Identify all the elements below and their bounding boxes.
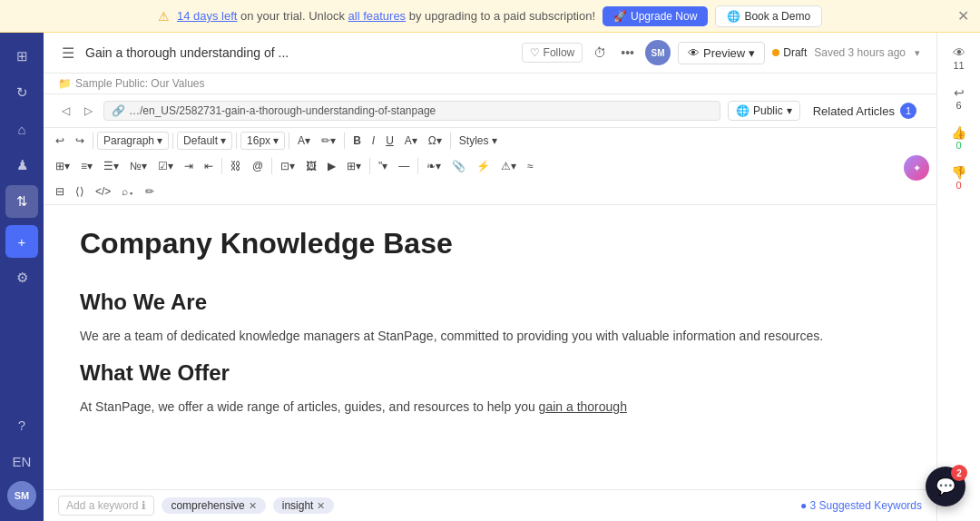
main-area: ☰ Gain a thorough understanding of ... ♡…: [44, 33, 936, 521]
more-options-button[interactable]: •••: [617, 42, 638, 64]
status-dot: [772, 49, 779, 56]
alert-button[interactable]: ⚠▾: [496, 157, 521, 175]
toolbar: ↩ ↪ Paragraph ▾ Default ▾ 16px ▾ A▾ ✏▾ B…: [44, 128, 936, 205]
article-title: Gain a thorough understanding of ...: [85, 45, 514, 60]
arrows-button[interactable]: ⟨⟩: [71, 182, 89, 201]
special-char-button[interactable]: Ω▾: [424, 132, 446, 150]
follow-button[interactable]: ♡ Follow: [522, 43, 583, 63]
sidebar-avatar[interactable]: SM: [7, 481, 36, 510]
refresh-icon: ↩: [954, 85, 965, 100]
stat-views[interactable]: 👁 11: [949, 40, 969, 76]
mention-button[interactable]: @: [248, 157, 268, 175]
image-button[interactable]: 🖼: [301, 157, 321, 175]
pencil-button[interactable]: ✏: [141, 182, 159, 201]
views-count: 11: [953, 60, 964, 71]
toolbar-divider: [344, 133, 345, 149]
list-ul-button[interactable]: ☰▾: [99, 157, 123, 175]
styles-menu-button[interactable]: Styles ▾: [455, 132, 502, 150]
chat-bubble-button[interactable]: 💬 2: [926, 467, 965, 506]
info-icon: ℹ: [142, 499, 146, 512]
link-icon: 🔗: [112, 104, 125, 117]
editor-content[interactable]: Company Knowledge Base Who We Are We are…: [44, 205, 936, 489]
toolbar-divider: [93, 133, 93, 149]
gain-thorough-link[interactable]: gain a thorough: [539, 399, 627, 414]
emoji-button[interactable]: ❧▾: [422, 157, 446, 175]
italic-button[interactable]: I: [368, 132, 379, 150]
saved-chevron-button[interactable]: ▾: [913, 45, 922, 61]
quote-button[interactable]: "▾: [374, 157, 392, 175]
sidebar-item-refresh[interactable]: ↻: [5, 76, 38, 109]
trial-text: 14 days left on your trial. Unlock all f…: [177, 9, 595, 23]
toolbar-divider: [369, 158, 370, 174]
indent-button[interactable]: ⊞▾: [51, 157, 74, 175]
toolbar-divider: [417, 158, 418, 174]
app-layout: ⊞ ↻ ⌂ ♟ ⇅ + ⚙ ? EN SM ☰ Gain a thorough …: [0, 33, 980, 521]
article-header: ☰ Gain a thorough understanding of ... ♡…: [44, 33, 936, 74]
search-format-button[interactable]: ⌕▾: [117, 182, 139, 201]
related-articles-button[interactable]: Related Articles 1: [808, 100, 922, 122]
keyword-tag-insight: insight ✕: [273, 497, 335, 514]
stat-reactions[interactable]: ↩ 6: [950, 80, 968, 116]
list-ol-button[interactable]: №▾: [125, 157, 152, 175]
divider-button[interactable]: —: [394, 157, 414, 175]
book-demo-button[interactable]: 🌐 Book a Demo: [715, 5, 822, 27]
collapse-button[interactable]: ⊟: [51, 182, 69, 201]
eye-icon: 👁: [953, 45, 965, 60]
preview-button[interactable]: 👁 Preview ▾: [678, 42, 765, 64]
shortcut-button[interactable]: ⚡: [472, 157, 495, 175]
highlight-button[interactable]: ✏▾: [317, 132, 340, 150]
url-field[interactable]: 🔗 …/en_US/2582731-gain-a-thorough-unders…: [103, 101, 720, 121]
outdent-button[interactable]: ⇤: [200, 157, 218, 175]
menu-toggle-button[interactable]: ☰: [58, 41, 78, 65]
sidebar-item-sync[interactable]: ⇅: [5, 185, 38, 218]
remove-comprehensive-button[interactable]: ✕: [249, 500, 257, 512]
undo-button[interactable]: ↩: [51, 132, 69, 150]
sidebar-item-grid[interactable]: ⊞: [5, 40, 38, 73]
attachment-button[interactable]: 📎: [447, 157, 470, 175]
video-button[interactable]: ▶: [323, 157, 340, 175]
indent-right-button[interactable]: ⇥: [180, 157, 198, 175]
table-button[interactable]: ⊡▾: [276, 157, 299, 175]
upgrade-now-button[interactable]: 🚀 Upgrade Now: [603, 6, 708, 26]
keyword-add-input[interactable]: Add a keyword ℹ: [58, 496, 154, 516]
bold-button[interactable]: B: [348, 132, 366, 150]
trial-days-link[interactable]: 14 days left: [177, 9, 238, 23]
remove-insight-button[interactable]: ✕: [317, 500, 325, 512]
page-title: Company Knowledge Base: [80, 227, 900, 260]
font-size-button[interactable]: 16px ▾: [240, 132, 285, 150]
history-button[interactable]: ⏱: [590, 42, 610, 64]
link-button[interactable]: ⛓: [226, 157, 246, 175]
all-features-link[interactable]: all features: [348, 9, 407, 23]
chat-badge: 2: [951, 465, 967, 481]
section1-heading: Who We Are: [80, 290, 900, 315]
banner-close-button[interactable]: ✕: [957, 7, 969, 25]
sidebar-add-button[interactable]: +: [5, 225, 38, 258]
paragraph-select-button[interactable]: Paragraph ▾: [97, 132, 169, 150]
back-button[interactable]: ◁: [58, 103, 74, 119]
sidebar-item-settings[interactable]: ⚙: [5, 261, 38, 294]
trial-banner: ⚠ 14 days left on your trial. Unlock all…: [0, 0, 980, 33]
underline-button[interactable]: U: [381, 132, 398, 150]
sidebar-item-puzzle[interactable]: ♟: [5, 149, 38, 182]
code-button[interactable]: </>: [91, 182, 115, 201]
stat-dislikes[interactable]: 👎 0: [947, 160, 970, 196]
embed-button[interactable]: ⊞▾: [342, 157, 366, 175]
font-color-button[interactable]: A▾: [293, 132, 315, 150]
suggested-keywords-button[interactable]: ● 3 Suggested Keywords: [800, 499, 922, 512]
forward-button[interactable]: ▷: [81, 103, 96, 119]
public-button[interactable]: 🌐 Public ▾: [728, 101, 800, 121]
sidebar-item-help[interactable]: ?: [5, 408, 38, 441]
text-color-button[interactable]: A▾: [400, 132, 422, 150]
stat-likes[interactable]: 👍 0: [947, 120, 970, 156]
keyword-tag-comprehensive: comprehensive ✕: [162, 497, 265, 514]
user-avatar[interactable]: SM: [645, 40, 671, 65]
ai-button[interactable]: ✦: [904, 155, 929, 181]
sidebar-item-language[interactable]: EN: [5, 445, 38, 477]
more-formats-button[interactable]: ≈: [523, 157, 538, 175]
sidebar-item-home[interactable]: ⌂: [5, 113, 38, 145]
align-button[interactable]: ≡▾: [76, 157, 97, 175]
chat-icon: 💬: [936, 477, 956, 496]
style-select-button[interactable]: Default ▾: [177, 132, 232, 150]
redo-button[interactable]: ↪: [71, 132, 89, 150]
checklist-button[interactable]: ☑▾: [153, 157, 178, 175]
